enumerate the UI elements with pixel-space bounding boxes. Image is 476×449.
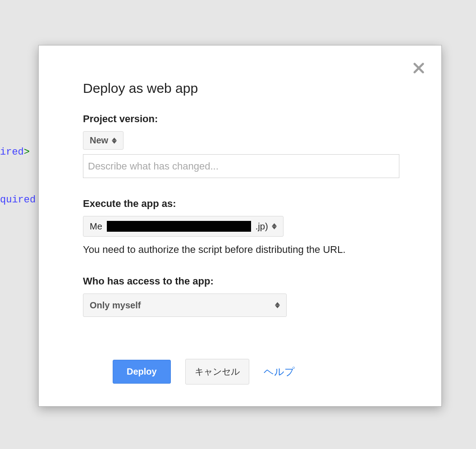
background-code: ired> quired	[0, 113, 36, 224]
code-token: quired	[0, 194, 36, 206]
deploy-dialog: Deploy as web app Project version: New E…	[38, 45, 442, 407]
deploy-button[interactable]: Deploy	[113, 360, 171, 384]
dialog-button-row: Deploy キャンセル ヘルプ	[113, 359, 295, 385]
svg-marker-3	[112, 141, 117, 144]
dialog-content: Deploy as web app Project version: New E…	[39, 46, 441, 335]
help-link[interactable]: ヘルプ	[264, 365, 295, 379]
updown-icon	[272, 223, 277, 229]
svg-marker-2	[112, 137, 117, 141]
svg-marker-6	[275, 302, 280, 305]
authorize-helper-text: You need to authorize the script before …	[83, 244, 397, 256]
version-description-input[interactable]	[83, 154, 399, 178]
access-value: Only myself	[90, 300, 141, 311]
execute-as-label: Execute the app as:	[83, 198, 397, 210]
project-version-select[interactable]: New	[83, 131, 124, 150]
redacted-email	[107, 221, 251, 232]
updown-icon	[275, 302, 280, 308]
access-label: Who has access to the app:	[83, 275, 397, 287]
close-icon	[412, 69, 426, 77]
dialog-title: Deploy as web app	[83, 81, 397, 96]
updown-icon	[112, 137, 117, 144]
svg-marker-7	[275, 305, 280, 308]
project-version-label: Project version:	[83, 113, 397, 125]
close-button[interactable]	[412, 61, 426, 75]
svg-marker-5	[272, 226, 277, 229]
project-version-value: New	[90, 135, 108, 146]
access-select[interactable]: Only myself	[83, 293, 287, 317]
execute-as-suffix: .jp)	[256, 221, 268, 232]
execute-as-prefix: Me	[90, 221, 102, 232]
execute-as-select[interactable]: Me .jp)	[83, 216, 284, 237]
code-token: ired	[0, 147, 24, 158]
cancel-button[interactable]: キャンセル	[185, 359, 249, 385]
svg-marker-4	[272, 223, 277, 226]
code-token-gt: >	[24, 147, 30, 158]
